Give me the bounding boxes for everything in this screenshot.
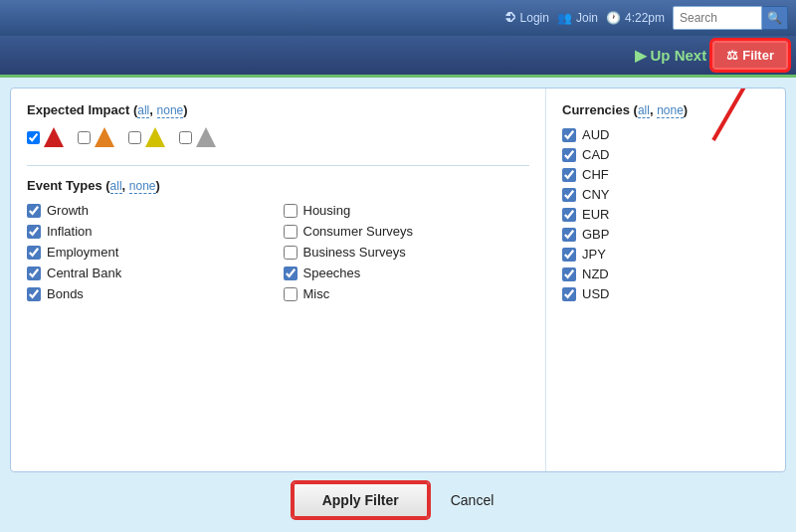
event-type-checkbox[interactable] (27, 204, 41, 218)
currency-checkbox[interactable] (562, 228, 576, 242)
login-button[interactable]: ⮊ Login (504, 11, 549, 25)
expected-impact-none[interactable]: none (157, 103, 184, 118)
currency-checkbox[interactable] (562, 168, 576, 182)
event-type-checkbox[interactable] (284, 246, 298, 260)
impact-gray-checkbox[interactable] (179, 131, 192, 144)
currency-item: USD (562, 286, 769, 301)
expected-impact-all[interactable]: all (137, 103, 149, 118)
impact-red-icon (44, 127, 64, 147)
right-panel: Currencies (all, none) AUDCADCHFCNYEURGB… (546, 89, 785, 471)
apply-filter-button[interactable]: Apply Filter (293, 482, 429, 518)
currency-label: GBP (582, 227, 609, 242)
currencies-section: Currencies (all, none) (562, 102, 769, 117)
currency-checkbox[interactable] (562, 188, 576, 202)
join-label: Join (576, 11, 598, 25)
event-type-item: Housing (284, 203, 530, 218)
event-types-grid: GrowthHousingInflationConsumer SurveysEm… (27, 203, 529, 301)
event-type-checkbox[interactable] (284, 287, 298, 301)
event-type-item: Growth (27, 203, 274, 218)
currency-label: EUR (582, 207, 609, 222)
impact-red-checkbox[interactable] (27, 131, 40, 144)
impact-gray-item (179, 127, 216, 147)
clock-icon: 🕐 (606, 11, 621, 25)
currency-item: JPY (562, 247, 769, 262)
event-type-checkbox[interactable] (284, 225, 298, 239)
join-button[interactable]: 👥 Join (557, 11, 598, 25)
currency-checkbox[interactable] (562, 267, 576, 281)
currency-item: NZD (562, 266, 769, 281)
impact-row (27, 127, 529, 147)
event-type-item: Inflation (27, 224, 274, 239)
currency-label: CAD (582, 147, 609, 162)
event-type-label: Business Surveys (303, 245, 406, 260)
impact-orange-item (78, 127, 114, 147)
top-bar: ⮊ Login 👥 Join 🕐 4:22pm 🔍 (0, 0, 796, 36)
impact-yellow-icon (145, 127, 165, 147)
event-type-checkbox[interactable] (27, 287, 41, 301)
event-types-title: Event Types (27, 178, 105, 193)
login-icon: ⮊ (504, 11, 516, 25)
currency-label: NZD (582, 266, 609, 281)
event-type-label: Growth (47, 203, 89, 218)
main-content: Expected Impact (all, none) (0, 78, 796, 532)
event-type-item: Central Bank (27, 266, 274, 280)
currency-list: AUDCADCHFCNYEURGBPJPYNZDUSD (562, 127, 769, 301)
event-type-item: Speeches (284, 266, 530, 280)
impact-red-item (27, 127, 64, 147)
currencies-title: Currencies (562, 102, 634, 117)
search-button[interactable]: 🔍 (762, 6, 788, 30)
expected-impact-title: Expected Impact (27, 102, 133, 117)
expected-impact-section: Expected Impact (all, none) (27, 102, 529, 117)
currency-checkbox[interactable] (562, 248, 576, 262)
currency-label: JPY (582, 247, 606, 262)
currency-checkbox[interactable] (562, 148, 576, 162)
time-label: 4:22pm (625, 11, 665, 25)
event-type-label: Bonds (47, 286, 84, 301)
second-bar: ▶ Up Next ⚖ Filter (0, 36, 796, 78)
event-type-label: Central Bank (47, 266, 121, 280)
search-input[interactable] (673, 6, 762, 30)
event-type-checkbox[interactable] (27, 266, 41, 280)
login-label: Login (520, 11, 549, 25)
event-type-item: Employment (27, 245, 274, 260)
event-type-checkbox[interactable] (284, 266, 298, 280)
filter-panel: Expected Impact (all, none) (10, 88, 786, 472)
impact-gray-icon (196, 127, 216, 147)
impact-yellow-checkbox[interactable] (128, 131, 141, 144)
currencies-none[interactable]: none (657, 103, 684, 118)
up-next-button[interactable]: ▶ Up Next (635, 47, 707, 65)
filter-label: Filter (742, 48, 774, 63)
event-type-item: Consumer Surveys (284, 224, 530, 239)
currency-item: CNY (562, 187, 769, 202)
impact-orange-checkbox[interactable] (78, 131, 91, 144)
event-type-checkbox[interactable] (27, 246, 41, 260)
up-next-label: Up Next (651, 47, 707, 64)
currency-item: CHF (562, 167, 769, 182)
bottom-bar: Apply Filter Cancel (10, 472, 786, 522)
event-type-label: Speeches (303, 266, 361, 280)
event-type-checkbox[interactable] (284, 204, 298, 218)
currency-checkbox[interactable] (562, 128, 576, 142)
impact-orange-icon (95, 127, 114, 147)
event-types-section: Event Types (all, none) (27, 178, 529, 193)
event-types-all[interactable]: all (110, 179, 122, 194)
filter-icon: ⚖ (726, 48, 738, 63)
currencies-all[interactable]: all (638, 103, 650, 118)
currency-label: USD (582, 286, 609, 301)
cancel-button[interactable]: Cancel (441, 484, 504, 516)
event-type-item: Bonds (27, 286, 274, 301)
currency-label: CHF (582, 167, 609, 182)
event-type-label: Employment (47, 245, 118, 260)
currency-item: CAD (562, 147, 769, 162)
currency-label: AUD (582, 127, 609, 142)
time-display: 🕐 4:22pm (606, 11, 665, 25)
currency-checkbox[interactable] (562, 208, 576, 222)
event-type-checkbox[interactable] (27, 225, 41, 239)
impact-yellow-item (128, 127, 165, 147)
filter-button[interactable]: ⚖ Filter (712, 41, 788, 70)
event-type-label: Inflation (47, 224, 93, 239)
currency-item: AUD (562, 127, 769, 142)
currency-label: CNY (582, 187, 609, 202)
currency-checkbox[interactable] (562, 287, 576, 301)
event-types-none[interactable]: none (129, 179, 156, 194)
